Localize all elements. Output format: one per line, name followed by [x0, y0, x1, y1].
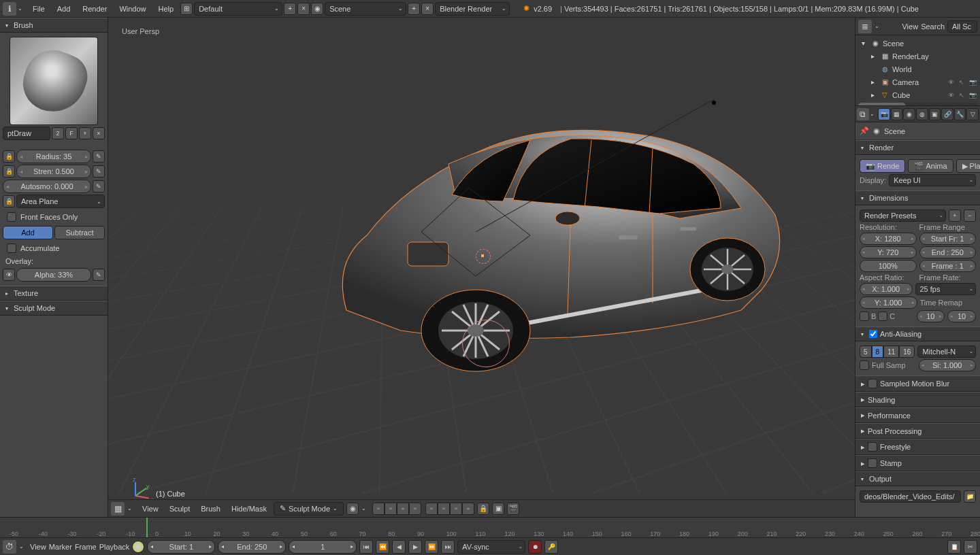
keying-set-icon[interactable]: 🔑	[544, 540, 558, 554]
full-sample-checkbox[interactable]	[860, 360, 869, 370]
direction-subtract-button[interactable]: Subtract	[54, 226, 105, 239]
brush-fake-user[interactable]: F	[65, 127, 78, 139]
render-preview-icon[interactable]: ▣	[492, 503, 504, 515]
eye-icon[interactable]: 👁	[946, 90, 956, 100]
display-select[interactable]: Keep UI⌄	[889, 174, 976, 186]
plane-lock-icon[interactable]: 🔒	[3, 195, 15, 207]
tree-camera[interactable]: ▸▣Camera👁↖📷	[855, 75, 980, 88]
aa-11-button[interactable]: 11	[883, 346, 899, 358]
res-x-field[interactable]: ◂X: 1280▸	[860, 233, 917, 245]
brush-unlink[interactable]: ×	[93, 127, 105, 139]
sculpt-mode-panel-header[interactable]: ▾Sculpt Mode	[0, 301, 108, 316]
outliner-view-menu[interactable]: View	[902, 22, 918, 31]
strength-field[interactable]: ◂Stren: 0.500▸	[16, 165, 91, 178]
outliner-search-menu[interactable]: Search	[921, 22, 945, 31]
use-preview-range-icon[interactable]: ⏺	[132, 541, 144, 553]
end-frame-field[interactable]: ◂End : 250▸	[919, 246, 977, 258]
front-faces-checkbox[interactable]	[7, 212, 16, 222]
autokey-record-icon[interactable]: ⏺	[528, 540, 542, 554]
tl-menu-view[interactable]: View	[30, 543, 46, 551]
outliner-filter-select[interactable]: All Sc	[947, 20, 977, 33]
brush-preview[interactable]	[10, 37, 98, 125]
lock-camera-icon[interactable]: 🔒	[477, 503, 489, 515]
radius-lock-icon[interactable]: 🔒	[3, 150, 15, 163]
scene-remove[interactable]: ×	[421, 3, 434, 15]
accumulate-toggle[interactable]: Accumulate	[3, 241, 105, 256]
aa-8-button[interactable]: 8	[872, 346, 884, 358]
tl-menu-marker[interactable]: Marker	[49, 543, 72, 551]
render-icon[interactable]: 📷	[968, 90, 977, 100]
paste-keyframes-icon[interactable]: ✂	[964, 540, 977, 554]
menu-file[interactable]: File	[27, 2, 50, 16]
accumulate-checkbox[interactable]	[7, 243, 16, 253]
properties-editor-dropdown[interactable]: ⌄	[870, 111, 878, 117]
start-frame-field[interactable]: ◂Start Fr: 1▸	[919, 233, 977, 245]
stamp-checkbox[interactable]	[868, 458, 877, 468]
texture-panel-header[interactable]: ▸Texture	[0, 286, 108, 301]
play-reverse-icon[interactable]: ◀	[392, 540, 406, 554]
viewport-editor-icon[interactable]: ▦	[111, 502, 125, 516]
output-path-field[interactable]: deos/Blender_Video_Edits/	[860, 490, 961, 503]
tree-renderlayers[interactable]: ▸▦RenderLay	[855, 50, 980, 63]
aa-5-button[interactable]: 5	[860, 346, 872, 358]
performance-panel-header[interactable]: ▸Performance	[855, 407, 980, 423]
cursor-icon[interactable]: ↖	[957, 90, 966, 100]
3d-viewport[interactable]: User Persp	[108, 18, 855, 517]
layout-remove[interactable]: ×	[297, 3, 310, 15]
framerate-select[interactable]: 25 fps⌄	[915, 283, 977, 295]
vp-menu-hidemask[interactable]: Hide/Mask	[227, 505, 271, 513]
pin-icon[interactable]: 📌	[860, 127, 869, 135]
tree-world[interactable]: ◍World	[855, 63, 980, 75]
overlay-view-icon[interactable]: 👁	[3, 269, 15, 281]
render-icon[interactable]: 📷	[968, 78, 977, 87]
menu-add[interactable]: Add	[52, 2, 76, 16]
jump-keyframe-back-icon[interactable]: ⏪	[376, 540, 389, 554]
vp-menu-brush[interactable]: Brush	[197, 505, 225, 513]
res-y-field[interactable]: ◂Y: 720▸	[860, 246, 917, 258]
freestyle-checkbox[interactable]	[868, 442, 877, 452]
postprocessing-panel-header[interactable]: ▸Post Processing	[855, 423, 980, 439]
brush-name-field[interactable]: ptDraw	[3, 127, 50, 140]
properties-editor-icon[interactable]: ⧉	[857, 108, 869, 120]
brush-users[interactable]: 2	[52, 127, 64, 139]
end-frame-field[interactable]: ◂End: 250▸	[218, 540, 286, 554]
breadcrumb-scene[interactable]: Scene	[884, 127, 905, 135]
jump-end-icon[interactable]: ⏭	[441, 540, 455, 554]
current-frame-field[interactable]: ◂1▸	[289, 540, 357, 554]
brush-panel-header[interactable]: ▾Brush	[0, 18, 108, 33]
remap-new-field[interactable]: ◂10▸	[947, 310, 976, 322]
menu-window[interactable]: Window	[114, 2, 151, 16]
tab-modifiers[interactable]: 🔧	[954, 108, 966, 120]
output-browse-icon[interactable]: 📁	[964, 490, 976, 503]
tab-render[interactable]: 📷	[878, 108, 890, 120]
editor-type-dropdown[interactable]: ⌄	[18, 5, 26, 12]
render-engine-select[interactable]: Blender Render⌄	[435, 2, 510, 16]
outliner-tree[interactable]: ▾◉Scene ▸▦RenderLay ◍World ▸▣Camera👁↖📷 ▸…	[855, 35, 980, 105]
render-presets-select[interactable]: Render Presets⌄	[860, 209, 946, 222]
radius-pressure-icon[interactable]: ✎	[93, 150, 105, 163]
play-forward-icon[interactable]: ▶	[408, 540, 422, 554]
scene-add[interactable]: +	[408, 3, 420, 15]
overlay-pen-icon[interactable]: ✎	[93, 269, 105, 281]
mblur-checkbox[interactable]	[868, 379, 877, 388]
output-panel-header[interactable]: ▾Output	[855, 471, 980, 486]
play-button[interactable]: ▶Play	[956, 159, 980, 173]
timeline-editor-dropdown[interactable]: ⌄	[19, 543, 27, 550]
vp-menu-sculpt[interactable]: Sculpt	[165, 505, 195, 513]
aa-16-button[interactable]: 16	[899, 346, 915, 358]
copy-keyframes-icon[interactable]: 📋	[947, 540, 961, 554]
brush-add[interactable]: +	[79, 127, 91, 139]
outliner-hscroll[interactable]	[858, 103, 977, 105]
vp-menu-view[interactable]: View	[138, 505, 163, 513]
info-editor-icon[interactable]: ℹ	[3, 2, 16, 16]
outliner-dropdown[interactable]: ⌄	[875, 23, 883, 29]
dimensions-panel-header[interactable]: ▾Dimensions	[855, 190, 980, 205]
motion-blur-panel-header[interactable]: ▸Sampled Motion Blur	[855, 375, 980, 392]
animation-button[interactable]: 🎬Anima	[908, 159, 953, 173]
preset-remove[interactable]: −	[964, 209, 976, 222]
frame-step-field[interactable]: ◂Frame : 1▸	[919, 260, 977, 272]
tab-constraints[interactable]: 🔗	[941, 108, 953, 120]
sync-mode-select[interactable]: AV-sync⌄	[457, 540, 525, 554]
screen-layout-select[interactable]: Default⌄	[194, 2, 282, 16]
render-panel-header[interactable]: ▾Render	[855, 140, 980, 155]
